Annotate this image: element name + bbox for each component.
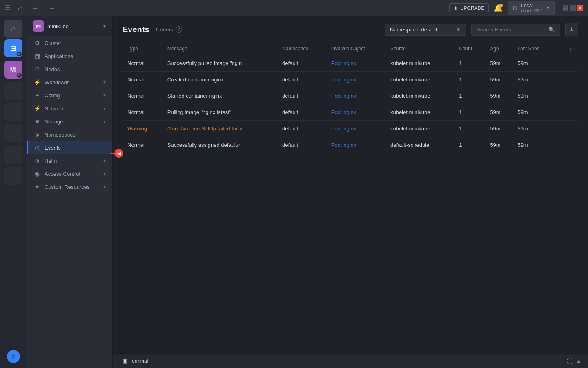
cell-involved-object[interactable]: Pod: nginx bbox=[326, 121, 385, 137]
namespace-selector[interactable]: Namespace: default ▼ bbox=[385, 24, 466, 36]
forward-button[interactable]: → bbox=[46, 4, 58, 13]
col-age[interactable]: Age bbox=[485, 43, 512, 55]
cell-type: Normal bbox=[122, 88, 163, 104]
table-row[interactable]: Normal Pulling image "nginx:latest" defa… bbox=[122, 104, 578, 121]
sidebar-icon-minikube[interactable]: MI ⚙ bbox=[4, 61, 22, 79]
col-type[interactable]: Type bbox=[122, 43, 163, 55]
sidebar-item-workloads[interactable]: ⚡ Workloads ▼ bbox=[27, 76, 112, 89]
main-layout: ⌂ ⊞ ⚙ MI ⚙ 👤 MI minikube ▼ ⚙ Cluster ▦ bbox=[0, 16, 588, 368]
notification-badge bbox=[499, 4, 503, 7]
sidebar-item-network[interactable]: ⚡ Network ▼ bbox=[27, 102, 112, 115]
workloads-chevron-icon: ▼ bbox=[102, 80, 107, 85]
minimize-button[interactable]: — bbox=[563, 5, 568, 11]
row-menu-button[interactable]: ⋮ bbox=[556, 121, 578, 137]
settings-dot: ⚙ bbox=[17, 52, 22, 56]
maximize-button[interactable]: □ bbox=[570, 5, 576, 11]
table-row[interactable]: Warning MountVolume.SetUp failed for v d… bbox=[122, 121, 578, 137]
upgrade-label: UPGRADE bbox=[460, 5, 484, 11]
cell-involved-object[interactable]: Pod: nginx bbox=[326, 88, 385, 104]
machine-selector[interactable]: 🖥 Local ubuntu2204 ▼ bbox=[508, 1, 555, 15]
search-events-container[interactable]: 🔍 bbox=[471, 24, 560, 36]
search-icon: 🔍 bbox=[548, 27, 555, 33]
table-row[interactable]: Normal Successfully pulled image "ngin d… bbox=[122, 55, 578, 72]
col-source[interactable]: Source bbox=[385, 43, 454, 55]
sidebar-item-applications[interactable]: ▦ Applications bbox=[27, 49, 112, 63]
cell-message: Created container nginx bbox=[163, 72, 277, 88]
table-header-row: Type Message Namespace Involved Object S… bbox=[122, 43, 578, 55]
col-last-seen[interactable]: Last Seen bbox=[512, 43, 556, 55]
sidebar-icon-slot4[interactable] bbox=[4, 146, 22, 164]
page-title: Events bbox=[122, 25, 149, 34]
cell-namespace: default bbox=[277, 104, 326, 121]
sidebar-icon-home[interactable]: ⌂ bbox=[4, 20, 22, 38]
sidebar-item-events[interactable]: ◷ Events bbox=[27, 141, 112, 154]
sidebar-icon-slot5[interactable] bbox=[4, 167, 22, 185]
table-row[interactable]: Normal Created container nginx default P… bbox=[122, 72, 578, 88]
cell-involved-object[interactable]: Pod: nginx bbox=[326, 55, 385, 72]
cell-last-seen: 59m bbox=[512, 72, 556, 88]
sidebar-item-custom-resources[interactable]: ✦ Custom Resources ▼ bbox=[27, 180, 112, 193]
help-icon[interactable]: ? bbox=[176, 26, 182, 33]
sidebar-item-label-custom-resources: Custom Resources bbox=[45, 184, 98, 190]
terminal-tab[interactable]: ▣ Terminal bbox=[119, 357, 151, 366]
col-namespace[interactable]: Namespace bbox=[277, 43, 326, 55]
terminal-add-button[interactable]: + bbox=[156, 357, 160, 365]
terminal-bar: ▣ Terminal + ⛶ ▲ bbox=[113, 353, 588, 368]
sidebar-item-label-helm: Helm bbox=[45, 158, 98, 164]
user-avatar[interactable]: 👤 bbox=[7, 350, 20, 363]
col-count[interactable]: Count bbox=[454, 43, 485, 55]
cell-count: 1 bbox=[454, 137, 485, 153]
events-table-container: Type Message Namespace Involved Object S… bbox=[113, 36, 588, 353]
cell-source: kubelet minikube bbox=[385, 121, 454, 137]
sidebar-icon-slot2[interactable] bbox=[4, 103, 22, 121]
items-count: 6 items bbox=[156, 27, 173, 33]
notification-button[interactable]: 🔔 bbox=[494, 4, 503, 13]
cell-source: kubelet minikube bbox=[385, 88, 454, 104]
row-menu-button[interactable]: ⋮ bbox=[556, 72, 578, 88]
row-menu-button[interactable]: ⋮ bbox=[556, 137, 578, 153]
cell-message: Successfully pulled image "ngin bbox=[163, 55, 277, 72]
sidebar-item-cluster[interactable]: ⚙ Cluster bbox=[27, 36, 112, 49]
cell-type: Warning bbox=[122, 121, 163, 137]
cluster-header[interactable]: MI minikube ▼ bbox=[27, 16, 112, 36]
row-menu-button[interactable]: ⋮ bbox=[556, 88, 578, 104]
cell-involved-object[interactable]: Pod: nginx bbox=[326, 137, 385, 153]
sidebar-icon-slot3[interactable] bbox=[4, 124, 22, 142]
search-events-input[interactable] bbox=[477, 27, 545, 33]
access-control-nav-icon: ◉ bbox=[34, 171, 40, 177]
terminal-chevron-button[interactable]: ▲ bbox=[576, 358, 581, 364]
sidebar-item-nodes[interactable]: □ Nodes bbox=[27, 63, 112, 76]
terminal-expand-button[interactable]: ⛶ bbox=[567, 358, 572, 364]
upgrade-button[interactable]: ⬆ UPGRADE bbox=[449, 3, 489, 13]
sidebar-icon-grid[interactable]: ⊞ ⚙ bbox=[4, 39, 22, 57]
upgrade-icon: ⬆ bbox=[454, 5, 458, 11]
cell-message: Started container nginx bbox=[163, 88, 277, 104]
col-involved-object[interactable]: Involved Object bbox=[326, 43, 385, 55]
cell-involved-object[interactable]: Pod: nginx bbox=[326, 72, 385, 88]
row-menu-button[interactable]: ⋮ bbox=[556, 104, 578, 121]
cell-message: MountVolume.SetUp failed for v bbox=[163, 121, 277, 137]
back-button[interactable]: ← bbox=[30, 4, 41, 13]
sidebar-item-access-control[interactable]: ◉ Access Control ▼ bbox=[27, 167, 112, 180]
row-menu-button[interactable]: ⋮ bbox=[556, 55, 578, 72]
sidebar-item-helm[interactable]: ⚙ Helm ▼ bbox=[27, 154, 112, 167]
table-row[interactable]: Normal Started container nginx default P… bbox=[122, 88, 578, 104]
minikube-settings-dot: ⚙ bbox=[17, 73, 22, 78]
cell-message: Pulling image "nginx:latest" bbox=[163, 104, 277, 121]
close-button[interactable]: ✕ bbox=[577, 5, 583, 11]
table-row[interactable]: Normal Successfully assigned default/n d… bbox=[122, 137, 578, 153]
sidebar-item-storage[interactable]: ≡ Storage ▼ bbox=[27, 115, 112, 128]
hamburger-icon[interactable]: ☰ bbox=[5, 4, 11, 12]
terminal-icon: ▣ bbox=[122, 358, 127, 364]
content-header: Events 6 items ? Namespace: default ▼ 🔍 … bbox=[113, 16, 588, 36]
cell-age: 59m bbox=[485, 72, 512, 88]
cell-last-seen: 59m bbox=[512, 137, 556, 153]
sidebar-item-config[interactable]: ≡ Config ▼ bbox=[27, 89, 112, 102]
home-button[interactable]: ⌂ bbox=[16, 3, 25, 13]
sidebar-icon-slot1[interactable] bbox=[4, 82, 22, 100]
cell-involved-object[interactable]: Pod: nginx bbox=[326, 104, 385, 121]
sidebar-item-namespaces[interactable]: ◈ Namespaces bbox=[27, 128, 112, 141]
col-message[interactable]: Message bbox=[163, 43, 277, 55]
machine-sub: ubuntu2204 bbox=[521, 9, 543, 13]
download-button[interactable]: ⬇ bbox=[565, 23, 578, 36]
